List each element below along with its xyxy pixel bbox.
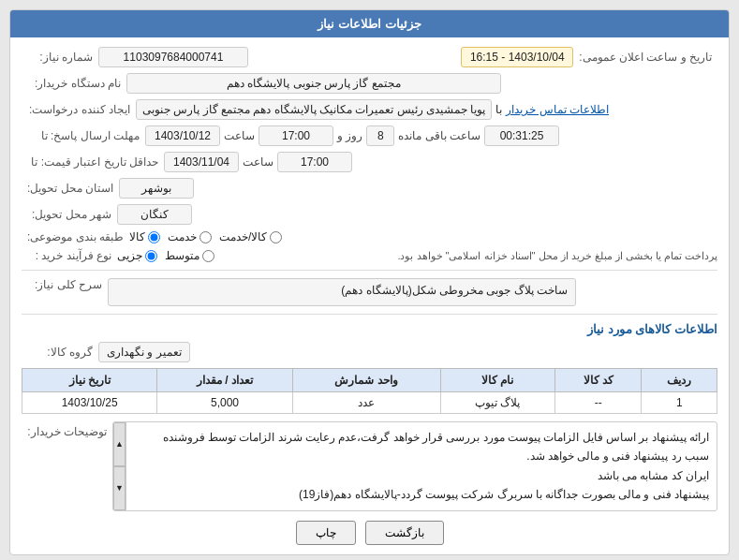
order-number-value: 1103097684000741 xyxy=(98,47,248,67)
price-deadline-time: 17:00 xyxy=(277,152,352,172)
price-deadline-label: حداقل تاریخ اعتبار قیمت: تا xyxy=(27,155,158,169)
province-value: بوشهر xyxy=(119,178,194,199)
time-label: ساعت xyxy=(224,129,255,142)
col-qty: تعداد / مقدار xyxy=(157,369,292,392)
radio-kala[interactable] xyxy=(148,231,160,243)
deadline-time: 17:00 xyxy=(259,125,333,146)
note-line-2: سبب رد پیشنهاد فنی و مالی خواهد شد. xyxy=(136,447,709,465)
row-deadline: 00:31:25 ساعت باقی مانده 8 روز و 17:00 س… xyxy=(22,125,717,146)
province-label: استان محل تحویل: xyxy=(27,182,113,195)
description-label: سرح کلی نیاز: xyxy=(27,278,102,291)
row-province: بوشهر استان محل تحویل: xyxy=(22,178,717,199)
description-value: ساخت پلاگ جوبی مخروطی شکل(پالایشگاه دهم) xyxy=(108,278,576,306)
category-kala[interactable]: کالا xyxy=(129,230,160,243)
note-line-4: پیشنهاد فنی و مالی بصورت جداگانه با سربر… xyxy=(136,485,709,504)
deadline-date: 1403/10/12 xyxy=(145,125,220,146)
radio-jozi[interactable] xyxy=(145,250,157,262)
notes-content: ارائه پیشنهاد بر اساس فایل الزامات پیوست… xyxy=(136,428,709,505)
print-button[interactable]: چاپ xyxy=(296,521,356,545)
row-city: کنگان شهر محل تحویل: xyxy=(22,204,717,225)
cell-unit: عدد xyxy=(292,392,440,414)
cell-qty: 5,000 xyxy=(157,392,292,414)
row-category: کالا/خدمت خدمت کالا طبقه بندی موضوعی: xyxy=(22,230,717,243)
note-line-1: ارائه پیشنهاد بر اساس فایل الزامات پیوست… xyxy=(136,428,709,447)
category-kala-khidmat[interactable]: کالا/خدمت xyxy=(219,230,282,243)
row-description: ساخت پلاگ جوبی مخروطی شکل(پالایشگاه دهم)… xyxy=(22,278,717,306)
scroll-up-btn[interactable]: ▲ xyxy=(113,422,126,466)
radio-kala-khidmat[interactable] xyxy=(270,231,282,243)
cell-date: 1403/10/25 xyxy=(22,392,157,414)
price-time-label: ساعت xyxy=(243,155,273,169)
creator-value: پویا جمشیدی رئیس تعمیرات مکانیک پالایشگا… xyxy=(136,99,492,120)
buyer-name-label: نام دستگاه خریدار: xyxy=(27,77,121,90)
items-section-label: اطلاعات کالاهای مورد نیاز xyxy=(22,322,717,336)
cell-name: پلاگ تیوپ xyxy=(440,392,554,414)
contact-link[interactable]: اطلاعات تماس خریدار xyxy=(506,103,609,116)
notes-scrollbar: ▲ ▼ xyxy=(113,422,126,510)
back-button[interactable]: بازگشت xyxy=(365,521,444,545)
row-price-deadline: 17:00 ساعت 1403/11/04 حداقل تاریخ اعتبار… xyxy=(22,152,717,172)
row-purchase-type: پرداخت تمام یا بخشی از مبلغ خرید از محل … xyxy=(22,249,717,262)
btn-row: بازگشت چاپ xyxy=(22,521,717,545)
creator-label: ایجاد کننده درخواست: xyxy=(27,103,130,116)
col-date: تاریخ نیاز xyxy=(22,369,157,392)
deadline-days: 8 xyxy=(366,125,394,146)
scroll-down-btn[interactable]: ▼ xyxy=(113,466,126,510)
announcement-label: تاریخ و ساعت اعلان عمومی: xyxy=(579,51,712,64)
purchase-note: پرداخت تمام یا بخشی از مبلغ خرید از محل … xyxy=(224,250,717,262)
notes-box: ▲ ▼ ارائه پیشنهاد بر اساس فایل الزامات پ… xyxy=(112,421,717,511)
row-order-announcement: تاریخ و ساعت اعلان عمومی: 1403/10/04 - 1… xyxy=(22,47,717,67)
divider-2 xyxy=(22,314,717,315)
items-table: ردیف کد کالا نام کالا واحد شمارش تعداد /… xyxy=(22,368,717,414)
remaining-label: ساعت باقی مانده xyxy=(398,129,480,142)
buyer-name-value: مجتمع گاز پارس جنوبی پالایشگاه دهم xyxy=(126,73,501,94)
row-group: تعمیر و نگهداری گروه کالا: xyxy=(22,342,717,362)
col-unit: واحد شمارش xyxy=(292,369,440,392)
city-label: شهر محل تحویل: xyxy=(27,208,111,221)
purchase-type-label: نوع فرآیند خرید : xyxy=(27,249,111,262)
announcement-value: 1403/10/04 - 16:15 xyxy=(461,47,573,67)
category-khidmat[interactable]: خدمت xyxy=(168,230,212,243)
table-row: 1 -- پلاگ تیوپ عدد 5,000 1403/10/25 xyxy=(22,392,717,414)
row-creator: اطلاعات تماس خریدار با پویا جمشیدی رئیس … xyxy=(22,99,717,120)
radio-khidmat[interactable] xyxy=(200,231,212,243)
col-name: نام کالا xyxy=(440,369,554,392)
col-row: ردیف xyxy=(642,369,717,392)
divider-1 xyxy=(22,270,717,271)
page-container: جزئیات اطلاعات نیاز تاریخ و ساعت اعلان ع… xyxy=(0,0,739,560)
purchase-jozi[interactable]: جزیی xyxy=(117,249,157,262)
note-line-3: ایران کد مشابه می باشد xyxy=(136,466,709,485)
purchase-radio-group: متوسط جزیی xyxy=(117,249,214,262)
deadline-label: مهلت ارسال پاسخ: تا xyxy=(27,129,140,142)
cell-code: -- xyxy=(555,392,642,414)
page-title: جزئیات اطلاعات نیاز xyxy=(318,17,421,31)
cell-row: 1 xyxy=(642,392,717,414)
main-card: جزئیات اطلاعات نیاز تاریخ و ساعت اعلان ع… xyxy=(9,9,730,555)
row-notes: ▲ ▼ ارائه پیشنهاد بر اساس فایل الزامات پ… xyxy=(22,421,717,511)
category-radio-group: کالا/خدمت خدمت کالا xyxy=(129,230,282,243)
purchase-motavasset[interactable]: متوسط xyxy=(165,249,214,262)
notes-label: توضیحات خریدار: xyxy=(27,425,107,438)
table-header-row: ردیف کد کالا نام کالا واحد شمارش تعداد /… xyxy=(22,369,717,392)
category-label: طبقه بندی موضوعی: xyxy=(27,230,124,243)
group-label: گروه کالا: xyxy=(27,346,93,359)
col-code: کد کالا xyxy=(555,369,642,392)
radio-motavasset[interactable] xyxy=(202,250,214,262)
deadline-remaining: 00:31:25 xyxy=(484,125,559,146)
city-value: کنگان xyxy=(117,204,192,225)
price-deadline-date: 1403/11/04 xyxy=(164,152,239,172)
card-header: جزئیات اطلاعات نیاز xyxy=(10,10,729,37)
card-body: تاریخ و ساعت اعلان عمومی: 1403/10/04 - 1… xyxy=(10,37,729,554)
group-value: تعمیر و نگهداری xyxy=(98,342,190,362)
day-label: روز و xyxy=(337,129,362,142)
row-buyer: مجتمع گاز پارس جنوبی پالایشگاه دهم نام د… xyxy=(22,73,717,94)
order-number-label: شماره نیاز: xyxy=(27,51,93,64)
